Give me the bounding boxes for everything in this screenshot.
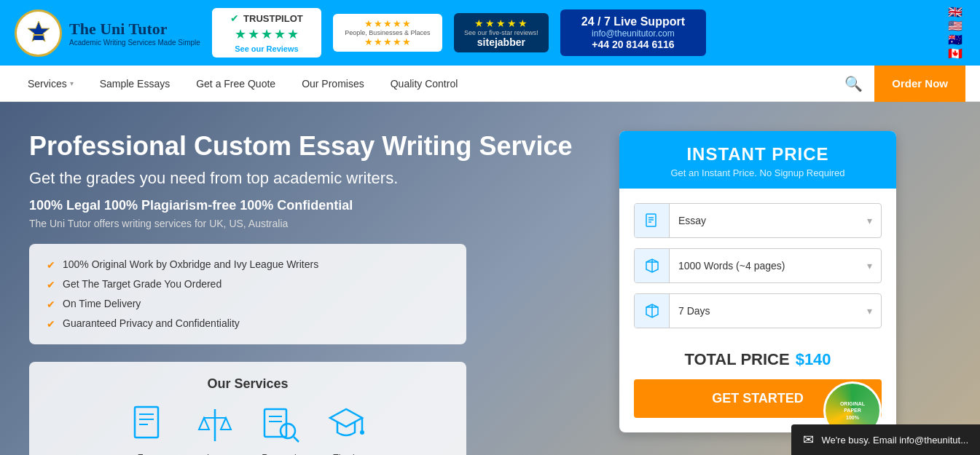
search-icon[interactable]: 🔍 [844,75,863,92]
hero-bold-line: 100% Legal 100% Plagiarism-free 100% Con… [29,198,597,213]
checkmark-icon-1: ✔ [47,259,55,271]
support-email[interactable]: info@theunitutor.com [592,28,675,39]
sitejabber-see-text: See our five-star reviews! [464,29,538,36]
nine-com-box: ★ ★ ★ ★ ★ People, Businesses & Places ★ … [333,14,442,52]
trustpilot-reviews-link[interactable]: See our Reviews [235,44,298,53]
svg-rect-8 [264,409,286,437]
services-box-title: Our Services [47,376,449,392]
price-panel-title: INSTANT PRICE [634,144,882,165]
support-title: 24 / 7 Live Support [581,15,685,28]
nav-bar: Services ▾ Sample Essays Get a Free Quot… [0,66,980,102]
sitejabber-brand: sitejabber [477,36,525,48]
hero-heading: Professional Custom Essay Writing Servic… [29,131,597,162]
service-thesis: Thesis [324,403,368,455]
trustpilot-stars: ★ ★ ★ ★ ★ [235,26,299,42]
checklist-box: ✔ 100% Original Work by Oxbridge and Ivy… [29,244,466,344]
words-chevron-icon: ▾ [858,260,881,272]
check-item-4: ✔ Guaranteed Privacy and Confidentiality [47,317,449,330]
services-icons-row: Essay Law [47,403,449,455]
words-select-wrapper[interactable]: 500 Words (~2 pages) 1000 Words (~4 page… [634,248,882,283]
nav-item-quality[interactable]: Quality Control [377,66,471,102]
logo-title: The Uni Tutor [69,20,200,39]
order-now-button[interactable]: Order Now [874,66,965,102]
price-panel-body: Essay Dissertation Assignment Coursework… [619,189,896,328]
total-label: TOTAL PRICE [684,350,789,369]
svg-line-10 [294,437,299,442]
hero-section: Professional Custom Essay Writing Servic… [0,102,980,455]
days-select[interactable]: 3 Days 5 Days 7 Days 10 Days 14 Days [670,305,858,317]
logo-text-area: The Uni Tutor Academic Writing Services … [69,20,200,47]
flag-au[interactable]: 🇦🇺 [945,34,965,46]
logo-subtitle: Academic Writing Services Made Simple [69,39,200,47]
days-chevron-icon: ▾ [858,305,881,317]
nine-com-text: People, Businesses & Places [345,29,430,36]
check-item-2: ✔ Get The Target Grade You Ordered [47,278,449,290]
svg-rect-2 [135,407,158,438]
service-law: Law [193,403,237,455]
logo-icon [15,9,62,57]
words-select-icon [635,249,670,282]
svg-point-14 [360,430,364,435]
type-select[interactable]: Essay Dissertation Assignment Coursework… [670,215,858,226]
hero-description: The Uni Tutor offers writing services fo… [29,218,597,229]
checkmark-icon-3: ✔ [47,298,55,310]
price-panel: INSTANT PRICE Get an Instant Price. No S… [619,131,896,432]
total-price-row: TOTAL PRICE $140 [619,339,896,369]
hero-subheading: Get the grades you need from top academi… [29,169,597,188]
tp-check-icon: ✔ [230,12,239,24]
hero-left: Professional Custom Essay Writing Servic… [29,131,597,455]
flag-us[interactable]: 🇺🇸 [945,20,965,32]
top-header: The Uni Tutor Academic Writing Services … [0,0,980,66]
flag-other[interactable]: 🇨🇦 [945,48,965,60]
support-phone: +44 20 8144 6116 [592,39,674,50]
price-panel-subtitle: Get an Instant Price. No Signup Required [634,167,882,178]
type-select-icon [635,204,670,237]
price-panel-header: INSTANT PRICE Get an Instant Price. No S… [619,131,896,189]
check-item-3: ✔ On Time Delivery [47,298,449,310]
logo-area: The Uni Tutor Academic Writing Services … [15,9,200,57]
check-item-1: ✔ 100% Original Work by Oxbridge and Ivy… [47,258,449,271]
days-select-wrapper[interactable]: 3 Days 5 Days 7 Days 10 Days 14 Days ▾ [634,293,882,328]
service-research: Research [259,403,302,455]
svg-rect-1 [33,34,44,36]
nav-item-services[interactable]: Services ▾ [15,66,87,102]
support-box: 24 / 7 Live Support info@theunitutor.com… [560,9,706,56]
nav-items: Services ▾ Sample Essays Get a Free Quot… [15,66,844,102]
checkmark-icon-4: ✔ [47,318,55,330]
total-amount: $140 [796,350,831,369]
nav-item-free-quote[interactable]: Get a Free Quote [183,66,289,102]
svg-point-9 [281,424,295,438]
flag-column: 🇬🇧 🇺🇸 🇦🇺 🇨🇦 [945,7,965,60]
sitejabber-box[interactable]: ★ ★ ★ ★ ★ See our five-star reviews! sit… [454,13,549,52]
service-essay: Essay [128,403,171,455]
nav-item-promises[interactable]: Our Promises [289,66,377,102]
days-select-icon [635,294,670,328]
nav-item-sample-essays[interactable]: Sample Essays [87,66,183,102]
trustpilot-box[interactable]: ✔ TRUSTPILOT ★ ★ ★ ★ ★ See our Reviews [212,8,321,58]
type-chevron-icon: ▾ [858,215,881,226]
type-select-wrapper[interactable]: Essay Dissertation Assignment Coursework… [634,203,882,238]
trustpilot-label: TRUSTPILOT [243,13,303,24]
services-box: Our Services Essay [29,362,466,455]
chat-widget[interactable]: ✉ We're busy. Email info@theunitut... [791,424,980,455]
flag-uk[interactable]: 🇬🇧 [945,7,965,18]
words-select[interactable]: 500 Words (~2 pages) 1000 Words (~4 page… [670,260,858,272]
chat-icon: ✉ [803,432,814,448]
checkmark-icon-2: ✔ [47,279,55,290]
chevron-down-icon: ▾ [70,79,74,87]
chat-text: We're busy. Email info@theunitut... [821,435,968,446]
